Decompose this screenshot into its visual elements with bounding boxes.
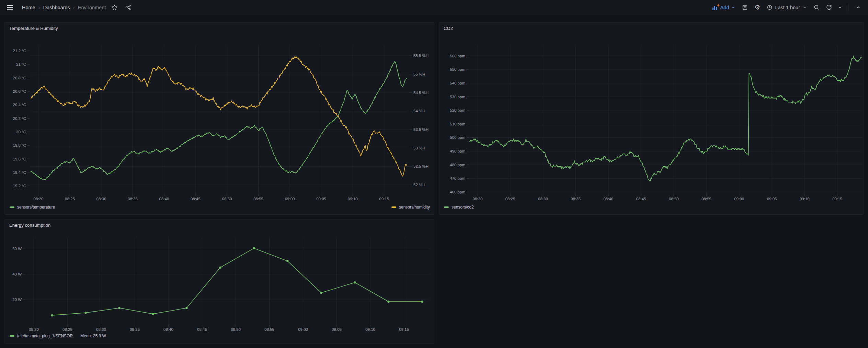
svg-text:19.6 °C: 19.6 °C [13, 157, 26, 161]
panel-temperature-humidity: Temperature & Humidity 08:2008:2508:3008… [4, 22, 434, 215]
toolbar-divider [848, 4, 848, 11]
svg-text:20.8 °C: 20.8 °C [13, 76, 26, 80]
svg-text:40 W: 40 W [12, 272, 22, 276]
time-series-chart[interactable]: 08:2008:2508:3008:3508:4008:4508:5008:55… [439, 23, 863, 214]
svg-text:08:50: 08:50 [222, 197, 232, 201]
refresh-interval-button[interactable] [836, 2, 844, 13]
svg-text:08:25: 08:25 [505, 197, 515, 201]
legend-item[interactable]: sensors/humidity [391, 205, 430, 210]
svg-text:08:20: 08:20 [29, 327, 39, 332]
chevron-down-icon [731, 5, 735, 10]
svg-text:08:45: 08:45 [197, 327, 207, 332]
legend-item[interactable]: sensors/temperature [10, 205, 55, 210]
save-dashboard-button[interactable] [740, 2, 750, 13]
zoom-out-icon [813, 4, 820, 11]
svg-text:09:10: 09:10 [800, 197, 810, 201]
svg-text:20 °C: 20 °C [16, 130, 26, 134]
dashboard-settings-button[interactable]: ⚙ [752, 2, 762, 13]
svg-text:09:15: 09:15 [379, 197, 389, 201]
legend-series-label: sensors/temperature [17, 205, 55, 210]
favorite-star-button[interactable] [109, 2, 119, 13]
svg-text:54 %H: 54 %H [413, 109, 425, 113]
breadcrumb-home[interactable]: Home [22, 5, 35, 10]
svg-text:08:35: 08:35 [128, 197, 138, 201]
svg-text:20 W: 20 W [12, 298, 22, 302]
top-navbar: Home › Dashboards › Environment + Add [0, 0, 868, 15]
save-icon [742, 4, 748, 11]
legend-series-label: sensors/co2 [452, 205, 474, 210]
svg-text:09:10: 09:10 [365, 327, 375, 332]
svg-text:08:30: 08:30 [538, 197, 548, 201]
svg-text:60 W: 60 W [12, 247, 22, 251]
time-range-picker[interactable]: Last 1 hour [764, 3, 809, 12]
svg-text:20.2 °C: 20.2 °C [13, 116, 26, 121]
star-icon [111, 4, 118, 11]
svg-text:490 ppm: 490 ppm [450, 149, 465, 153]
legend-item[interactable]: tele/tasmota_plug_1/SENSORMean: 25.9 W [10, 334, 106, 338]
breadcrumb: Home › Dashboards › Environment [22, 4, 106, 10]
svg-text:08:40: 08:40 [163, 327, 173, 332]
legend-series-marker [10, 335, 14, 337]
svg-text:09:10: 09:10 [348, 197, 358, 201]
time-range-label: Last 1 hour [775, 5, 800, 10]
svg-text:55.5 %H: 55.5 %H [413, 54, 429, 58]
chevron-up-icon [856, 5, 861, 10]
svg-text:08:30: 08:30 [96, 327, 106, 332]
svg-text:08:50: 08:50 [669, 197, 679, 201]
svg-text:540 ppm: 540 ppm [450, 81, 465, 85]
clock-icon [767, 4, 773, 10]
svg-text:09:15: 09:15 [832, 197, 842, 201]
svg-text:08:20: 08:20 [34, 197, 44, 201]
svg-text:08:25: 08:25 [65, 197, 75, 201]
panel-add-icon: + [712, 5, 718, 10]
breadcrumb-current: Environment [78, 5, 106, 10]
svg-text:08:45: 08:45 [191, 197, 201, 201]
legend-series-marker [391, 206, 396, 208]
svg-text:08:50: 08:50 [231, 327, 241, 332]
legend-item[interactable]: sensors/co2 [444, 205, 474, 210]
chart-legend: sensors/co2 [444, 204, 859, 210]
svg-text:09:05: 09:05 [332, 327, 342, 332]
svg-text:53.5 %H: 53.5 %H [413, 127, 429, 132]
svg-text:09:05: 09:05 [767, 197, 777, 201]
svg-text:20.4 °C: 20.4 °C [13, 103, 26, 107]
legend-series-label: tele/tasmota_plug_1/SENSOR [17, 334, 73, 338]
svg-text:09:00: 09:00 [734, 197, 744, 201]
svg-text:21.2 °C: 21.2 °C [13, 49, 26, 53]
svg-text:550 ppm: 550 ppm [450, 67, 465, 71]
svg-text:08:35: 08:35 [130, 327, 140, 332]
collapse-topbar-button[interactable] [853, 2, 863, 13]
svg-text:54.5 %H: 54.5 %H [413, 91, 429, 95]
svg-text:08:35: 08:35 [571, 197, 581, 201]
svg-text:08:55: 08:55 [253, 197, 263, 201]
svg-text:460 ppm: 460 ppm [450, 190, 465, 194]
chevron-down-icon [802, 5, 807, 10]
svg-text:52.5 %H: 52.5 %H [413, 164, 429, 168]
gear-icon: ⚙ [754, 4, 760, 11]
svg-text:560 ppm: 560 ppm [450, 54, 465, 58]
svg-text:08:40: 08:40 [603, 197, 613, 201]
svg-text:500 ppm: 500 ppm [450, 135, 465, 139]
svg-text:530 ppm: 530 ppm [450, 95, 465, 99]
svg-text:08:45: 08:45 [636, 197, 646, 201]
menu-button[interactable] [5, 2, 15, 13]
time-series-chart[interactable]: 08:2008:2508:3008:3508:4008:4508:5008:55… [5, 23, 434, 214]
refresh-button[interactable] [824, 2, 834, 13]
svg-text:09:15: 09:15 [399, 327, 409, 332]
breadcrumb-dashboards[interactable]: Dashboards [43, 5, 70, 10]
svg-text:09:00: 09:00 [298, 327, 308, 332]
time-series-chart[interactable]: 08:2008:2508:3008:3508:4008:4508:5008:55… [5, 220, 434, 343]
svg-text:52 %H: 52 %H [413, 183, 425, 187]
zoom-out-button[interactable] [811, 2, 822, 13]
svg-text:08:55: 08:55 [701, 197, 711, 201]
legend-series-label: sensors/humidity [399, 205, 430, 210]
share-button[interactable] [123, 2, 133, 13]
breadcrumb-separator: › [38, 4, 40, 10]
svg-text:08:30: 08:30 [96, 197, 106, 201]
legend-series-marker [444, 206, 449, 208]
svg-text:09:00: 09:00 [285, 197, 295, 201]
chart-legend: sensors/temperaturesensors/humidity [10, 204, 430, 210]
svg-text:520 ppm: 520 ppm [450, 108, 465, 112]
add-button[interactable]: + Add [710, 3, 738, 12]
svg-text:08:55: 08:55 [264, 327, 274, 332]
